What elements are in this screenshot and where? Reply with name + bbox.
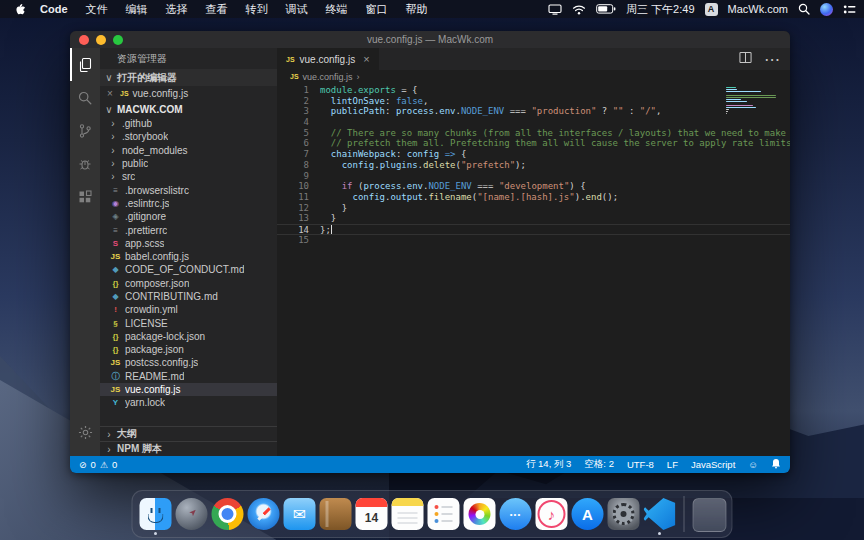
app-menu-title[interactable]: Code bbox=[31, 3, 77, 15]
dock-trash[interactable] bbox=[693, 498, 725, 530]
tree-item-package-lock.json[interactable]: {}package-lock.json bbox=[100, 330, 277, 343]
menu-item-7[interactable]: 终端 bbox=[317, 3, 357, 15]
sidebar-section-1[interactable]: ›大纲 bbox=[100, 426, 277, 441]
tree-item-src[interactable]: ›src bbox=[100, 170, 277, 183]
tree-item-.browserslistrc[interactable]: ≡.browserslistrc bbox=[100, 183, 277, 196]
breadcrumb[interactable]: JS vue.config.js › bbox=[277, 70, 790, 83]
minimap[interactable] bbox=[726, 87, 778, 117]
dock-messages[interactable] bbox=[500, 498, 532, 530]
menu-item-5[interactable]: 转到 bbox=[237, 3, 277, 15]
tree-item-CODE_OF_CONDUCT.md[interactable]: ◆CODE_OF_CONDUCT.md bbox=[100, 263, 277, 276]
status-eol[interactable]: LF bbox=[667, 459, 678, 470]
debug-icon[interactable] bbox=[70, 147, 100, 180]
trash-icon bbox=[693, 498, 727, 532]
display-icon[interactable] bbox=[548, 4, 562, 15]
dock-systemprefs[interactable] bbox=[608, 498, 640, 530]
tree-item-app.scss[interactable]: Sapp.scss bbox=[100, 237, 277, 250]
vscode-window: vue.config.js — MacWk.com bbox=[70, 31, 790, 473]
file-type-icon: ◆ bbox=[110, 265, 121, 274]
dock-notes[interactable] bbox=[392, 498, 424, 530]
close-button[interactable] bbox=[79, 35, 89, 45]
tree-item-.github[interactable]: ›.github bbox=[100, 117, 277, 130]
tree-item-package.json[interactable]: {}package.json bbox=[100, 343, 277, 356]
tree-item-yarn.lock[interactable]: Yyarn.lock bbox=[100, 396, 277, 409]
tree-item-.gitignore[interactable]: ◈.gitignore bbox=[100, 210, 277, 223]
source-control-icon[interactable] bbox=[70, 114, 100, 147]
open-editors-label: 打开的编辑器 bbox=[117, 71, 177, 85]
minimap-line bbox=[726, 99, 741, 100]
wifi-icon[interactable] bbox=[572, 4, 586, 15]
status-language[interactable]: JavaScript bbox=[691, 459, 735, 470]
line-number: 7 bbox=[277, 149, 320, 160]
menu-bar-clock[interactable]: 周三 下午2:49 bbox=[626, 2, 694, 17]
launchpad-icon bbox=[176, 498, 208, 530]
breadcrumb-item[interactable]: vue.config.js bbox=[303, 72, 353, 82]
dock-calendar[interactable]: 14 bbox=[356, 498, 388, 530]
explorer-icon[interactable] bbox=[70, 48, 100, 81]
minimize-button[interactable] bbox=[96, 35, 106, 45]
dock-vscode[interactable] bbox=[644, 498, 676, 530]
tree-item-CONTRIBUTING.md[interactable]: ◆CONTRIBUTING.md bbox=[100, 290, 277, 303]
zoom-button[interactable] bbox=[113, 35, 123, 45]
extensions-icon[interactable] bbox=[70, 180, 100, 213]
dock-launchpad[interactable] bbox=[176, 498, 208, 530]
dock-appstore[interactable] bbox=[572, 498, 604, 530]
tab-close-icon[interactable]: × bbox=[363, 53, 369, 65]
status-cursor-position[interactable]: 行 14, 列 3 bbox=[526, 458, 571, 471]
tree-item-README.md[interactable]: ⓘREADME.md bbox=[100, 370, 277, 383]
more-actions-button[interactable]: ⋯ bbox=[764, 50, 780, 69]
close-icon[interactable]: × bbox=[107, 88, 116, 99]
manage-gear-icon[interactable] bbox=[70, 416, 100, 449]
status-bar-right: 行 14, 列 3空格: 2UTF-8LFJavaScript☺ bbox=[526, 458, 781, 471]
status-indentation[interactable]: 空格: 2 bbox=[584, 458, 614, 471]
file-type-icon: ≡ bbox=[110, 186, 121, 195]
tree-item-public[interactable]: ›public bbox=[100, 157, 277, 170]
input-method-icon[interactable]: A bbox=[705, 3, 718, 16]
menu-item-8[interactable]: 窗口 bbox=[357, 3, 397, 15]
dock-safari[interactable] bbox=[248, 498, 280, 530]
menu-item-3[interactable]: 选择 bbox=[157, 3, 197, 15]
code-editor[interactable]: 1module.exports = {2 lintOnSave: false,3… bbox=[277, 83, 790, 456]
menu-item-2[interactable]: 编辑 bbox=[117, 3, 157, 15]
spotlight-search-icon[interactable] bbox=[798, 3, 810, 15]
root-folder-header[interactable]: ∨ MACWK.COM bbox=[100, 101, 277, 117]
notifications-bell-icon[interactable] bbox=[771, 458, 781, 471]
problems-status[interactable]: ⊘ 0 ⚠ 0 bbox=[79, 459, 117, 470]
feedback-smiley-icon[interactable]: ☺ bbox=[748, 459, 758, 470]
tree-item-.storybook[interactable]: ›.storybook bbox=[100, 130, 277, 143]
apple-menu[interactable] bbox=[8, 3, 31, 16]
dock-photos[interactable] bbox=[464, 498, 496, 530]
status-encoding[interactable]: UTF-8 bbox=[627, 459, 654, 470]
split-editor-button[interactable] bbox=[739, 50, 752, 68]
tree-item-crowdin.yml[interactable]: !crowdin.yml bbox=[100, 303, 277, 316]
menu-item-6[interactable]: 调试 bbox=[277, 3, 317, 15]
dock-contacts[interactable] bbox=[320, 498, 352, 530]
tree-item-.eslintrc.js[interactable]: ◉.eslintrc.js bbox=[100, 197, 277, 210]
tab-vue-config-js[interactable]: JS vue.config.js × bbox=[277, 48, 379, 70]
siri-icon[interactable] bbox=[820, 3, 833, 16]
tree-item-.prettierrc[interactable]: ≡.prettierrc bbox=[100, 223, 277, 236]
window-titlebar[interactable]: vue.config.js — MacWk.com bbox=[70, 31, 790, 48]
tree-item-babel.config.js[interactable]: JSbabel.config.js bbox=[100, 250, 277, 263]
menu-item-4[interactable]: 查看 bbox=[197, 3, 237, 15]
tree-item-node_modules[interactable]: ›node_modules bbox=[100, 144, 277, 157]
menu-item-9[interactable]: 帮助 bbox=[397, 3, 437, 15]
search-icon[interactable] bbox=[70, 81, 100, 114]
tree-item-vue.config.js[interactable]: JSvue.config.js bbox=[100, 383, 277, 396]
brand-menu-item[interactable]: MacWk.com bbox=[728, 3, 789, 15]
battery-icon[interactable] bbox=[596, 4, 616, 14]
tree-item-postcss.config.js[interactable]: JSpostcss.config.js bbox=[100, 356, 277, 369]
tree-item-composer.json[interactable]: {}composer.json bbox=[100, 277, 277, 290]
sidebar-section-2[interactable]: ›NPM 脚本 bbox=[100, 441, 277, 456]
dock-reminders[interactable] bbox=[428, 498, 460, 530]
notification-center-icon[interactable] bbox=[843, 4, 856, 15]
tree-item-LICENSE[interactable]: §LICENSE bbox=[100, 316, 277, 329]
dock-music[interactable] bbox=[536, 498, 568, 530]
minimap-line bbox=[726, 95, 776, 96]
menu-item-1[interactable]: 文件 bbox=[77, 3, 117, 15]
dock-mail[interactable] bbox=[284, 498, 316, 530]
dock-chrome[interactable] bbox=[212, 498, 244, 530]
open-editor-item[interactable]: × JS vue.config.js bbox=[100, 86, 277, 101]
open-editors-section[interactable]: ∨ 打开的编辑器 bbox=[100, 69, 277, 86]
dock-finder[interactable] bbox=[140, 498, 172, 530]
